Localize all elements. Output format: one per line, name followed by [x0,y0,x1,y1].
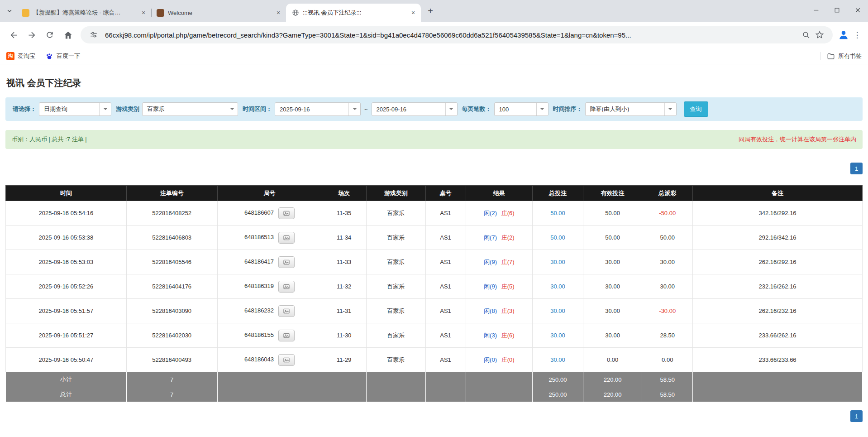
cell-total-bet: 30.00 [533,299,583,323]
tab-forum[interactable]: 【新提醒】海燕策略论坛 - 综合… × [16,4,151,22]
pagination-top: 1 [5,163,863,174]
bookmark-star-button[interactable] [813,28,826,42]
round-replay-button[interactable] [278,256,295,268]
back-icon [9,30,19,40]
total-count: 7 [126,387,217,402]
cell-result: 闲(8) 庄(3) [466,299,533,323]
round-replay-button[interactable] [278,330,295,341]
round-replay-button[interactable] [278,232,295,244]
total-bet-link[interactable]: 30.00 [550,356,565,363]
round-replay-button[interactable] [278,305,295,317]
cell-time: 2025-09-16 05:54:16 [6,201,127,226]
total-bet-link[interactable]: 30.00 [550,332,565,339]
picture-icon [283,307,290,315]
cell-valid-bet: 30.00 [583,299,642,323]
total-bet-link[interactable]: 30.00 [550,307,565,314]
date-from-select[interactable]: 2025-09-16 [275,102,361,116]
round-replay-button[interactable] [278,281,295,293]
tab-search-button[interactable] [3,4,16,18]
total-bet-link[interactable]: 50.00 [550,210,565,216]
tab-strip: 【新提醒】海燕策略论坛 - 综合… × Welcome × :::视讯 会员下注… [0,0,868,22]
round-number: 648186513 [244,234,274,240]
total-bet-link[interactable]: 30.00 [550,259,565,265]
back-button[interactable] [5,26,23,44]
home-icon [63,30,73,40]
header-time: 时间 [6,186,127,201]
tab-bet-record[interactable]: :::视讯 会员下注纪录::: × [286,4,421,22]
profile-icon [838,29,849,41]
chevron-down-icon [536,103,548,115]
profile-button[interactable] [836,28,851,42]
total-bet-link[interactable]: 50.00 [550,234,565,241]
cell-game-type: 百家乐 [366,250,425,274]
table-row: 2025-09-16 05:54:16 522816408252 6481866… [6,201,863,226]
notice-text: 同局有效投注，统一计算在该局第一张注单内 [739,135,856,144]
cell-total-bet: 30.00 [533,250,583,274]
home-button[interactable] [59,26,77,44]
browser-toolbar: 66cxkj98.com/ipl/portal.php/game/betreco… [0,22,868,48]
cell-game-type: 百家乐 [366,226,425,250]
picture-icon [283,259,290,266]
maximize-button[interactable] [826,0,847,20]
cell-game-type: 百家乐 [366,274,425,299]
game-type-select[interactable]: 百家乐 [142,102,238,116]
chevron-down-icon [348,103,360,115]
query-type-select[interactable]: 日期查询 [39,102,111,116]
round-replay-button[interactable] [278,354,295,366]
header-table-no: 桌号 [425,186,466,201]
new-tab-button[interactable]: + [424,4,437,18]
cell-note: 233.66/233.66 [693,348,863,372]
query-type-value: 日期查询 [39,105,99,113]
per-page-select[interactable]: 100 [494,102,548,116]
result-banker: 庄(0) [501,356,515,363]
cell-payout: 0.00 [642,348,693,372]
all-bookmarks-button[interactable]: 所有书签 [827,52,862,60]
cell-table-no: AS1 [425,299,466,323]
page-1-button[interactable]: 1 [850,410,863,422]
header-session: 场次 [322,186,366,201]
cell-payout: 28.50 [642,323,693,348]
bookmark-taobao[interactable]: 淘 爱淘宝 [6,52,35,60]
site-info-button[interactable] [87,28,100,42]
subtotal-label: 小计 [6,372,127,387]
minimize-button[interactable] [806,0,826,20]
query-button[interactable]: 查询 [684,101,708,117]
bookmark-label: 百度一下 [57,52,80,60]
picture-icon [283,210,290,217]
window-controls [806,0,868,20]
result-banker: 庄(3) [501,307,515,314]
url-text[interactable]: 66cxkj98.com/ipl/portal.php/game/betreco… [105,31,799,39]
bookmark-baidu[interactable]: 百度一下 [45,52,80,60]
total-bet-link[interactable]: 30.00 [550,283,565,290]
forward-icon [27,30,37,40]
forward-button[interactable] [23,26,41,44]
subtotal-total-bet: 250.00 [533,372,583,387]
address-bar[interactable]: 66cxkj98.com/ipl/portal.php/game/betreco… [81,26,833,43]
zoom-button[interactable] [799,28,813,42]
tab-close-icon[interactable]: × [274,9,282,17]
cell-time: 2025-09-16 05:53:03 [6,250,127,274]
page-1-button[interactable]: 1 [850,163,863,174]
cell-table-no: AS1 [425,201,466,226]
cell-total-bet: 30.00 [533,274,583,299]
tab-welcome[interactable]: Welcome × [151,4,286,22]
header-total-bet: 总投注 [533,186,583,201]
picture-icon [283,283,290,290]
close-window-button[interactable] [847,0,868,20]
refresh-button[interactable] [41,26,59,44]
tab-close-icon[interactable]: × [139,9,148,17]
sort-select[interactable]: 降幂(由大到小) [585,102,677,116]
cell-game-type: 百家乐 [366,201,425,226]
browser-menu-button[interactable]: ⋮ [851,28,863,42]
chevron-down-icon [664,103,676,115]
table-row: 2025-09-16 05:53:38 522816406803 6481865… [6,226,863,250]
cell-game-type: 百家乐 [366,323,425,348]
tab-close-icon[interactable]: × [409,9,417,17]
round-replay-button[interactable] [278,207,295,219]
total-payout: 58.50 [642,387,693,402]
total-total-bet: 250.00 [533,387,583,402]
date-to-select[interactable]: 2025-09-16 [372,102,458,116]
cell-table-no: AS1 [425,323,466,348]
maximize-icon [834,7,840,14]
cell-round: 648186043 [217,348,322,372]
